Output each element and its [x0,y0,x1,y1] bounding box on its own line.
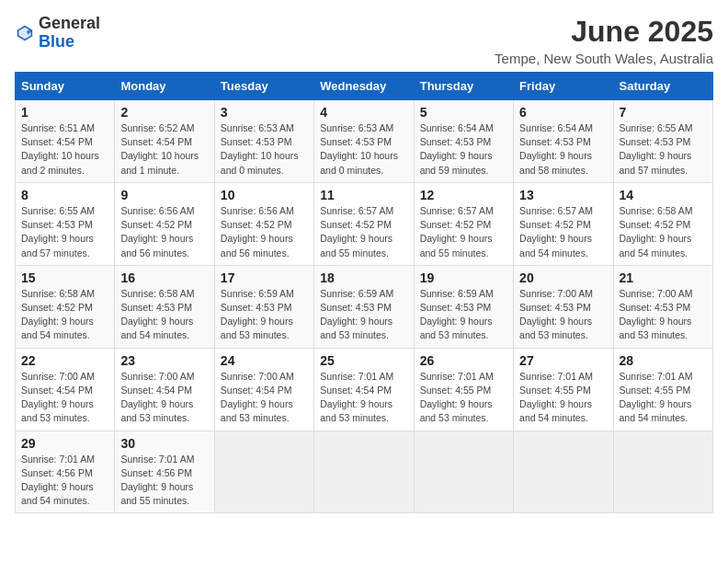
day-cell: 7Sunrise: 6:55 AM Sunset: 4:53 PM Daylig… [613,100,712,183]
col-header-monday: Monday [115,73,214,100]
day-cell: 18Sunrise: 6:59 AM Sunset: 4:53 PM Dayli… [314,265,414,348]
week-row-4: 22Sunrise: 7:00 AM Sunset: 4:54 PM Dayli… [16,348,713,431]
day-cell: 6Sunrise: 6:54 AM Sunset: 4:53 PM Daylig… [514,100,613,183]
day-number: 16 [120,270,208,285]
day-number: 23 [120,353,208,368]
day-detail: Sunrise: 6:53 AM Sunset: 4:53 PM Dayligh… [320,121,407,178]
week-row-5: 29Sunrise: 7:01 AM Sunset: 4:56 PM Dayli… [16,431,713,513]
day-number: 2 [120,105,208,120]
col-header-friday: Friday [514,73,613,100]
day-cell [514,431,613,513]
col-header-wednesday: Wednesday [314,73,414,100]
day-number: 27 [519,353,607,368]
col-header-tuesday: Tuesday [214,73,313,100]
day-detail: Sunrise: 7:01 AM Sunset: 4:56 PM Dayligh… [21,453,108,509]
day-detail: Sunrise: 6:59 AM Sunset: 4:53 PM Dayligh… [320,287,407,343]
day-cell: 25Sunrise: 7:01 AM Sunset: 4:54 PM Dayli… [314,348,414,431]
day-detail: Sunrise: 6:57 AM Sunset: 4:52 PM Dayligh… [320,204,407,260]
day-detail: Sunrise: 6:59 AM Sunset: 4:53 PM Dayligh… [420,287,507,343]
day-number: 5 [420,105,507,120]
day-cell: 26Sunrise: 7:01 AM Sunset: 4:55 PM Dayli… [414,348,513,431]
calendar-table: SundayMondayTuesdayWednesdayThursdayFrid… [15,72,713,513]
day-number: 18 [320,270,407,285]
day-number: 29 [21,436,108,451]
day-cell: 20Sunrise: 7:00 AM Sunset: 4:53 PM Dayli… [514,265,613,348]
logo-icon [15,23,35,43]
day-number: 21 [620,270,707,285]
day-number: 13 [519,188,607,202]
day-detail: Sunrise: 7:01 AM Sunset: 4:55 PM Dayligh… [519,370,607,426]
day-cell: 29Sunrise: 7:01 AM Sunset: 4:56 PM Dayli… [16,431,115,513]
day-cell: 17Sunrise: 6:59 AM Sunset: 4:53 PM Dayli… [214,265,313,348]
day-number: 12 [420,188,507,202]
day-detail: Sunrise: 7:00 AM Sunset: 4:54 PM Dayligh… [120,370,208,426]
day-detail: Sunrise: 7:00 AM Sunset: 4:53 PM Dayligh… [620,287,707,343]
day-cell: 9Sunrise: 6:56 AM Sunset: 4:52 PM Daylig… [115,182,214,265]
day-cell: 13Sunrise: 6:57 AM Sunset: 4:52 PM Dayli… [514,182,613,265]
day-cell: 16Sunrise: 6:58 AM Sunset: 4:53 PM Dayli… [115,265,214,348]
logo-blue-text: Blue [39,32,74,51]
day-number: 22 [21,353,108,368]
day-detail: Sunrise: 6:54 AM Sunset: 4:53 PM Dayligh… [420,121,507,178]
header: General Blue June 2025 Tempe, New South … [15,15,713,66]
day-cell: 2Sunrise: 6:52 AM Sunset: 4:54 PM Daylig… [115,100,214,183]
day-number: 15 [21,270,108,285]
day-cell: 10Sunrise: 6:56 AM Sunset: 4:52 PM Dayli… [214,182,313,265]
day-cell: 19Sunrise: 6:59 AM Sunset: 4:53 PM Dayli… [414,265,513,348]
col-header-sunday: Sunday [16,73,115,100]
day-number: 1 [21,105,108,120]
day-detail: Sunrise: 6:56 AM Sunset: 4:52 PM Dayligh… [120,204,208,260]
day-detail: Sunrise: 6:58 AM Sunset: 4:52 PM Dayligh… [620,204,707,260]
day-number: 4 [320,105,407,120]
day-number: 26 [420,353,507,368]
day-number: 6 [519,105,607,120]
day-number: 20 [519,270,607,285]
day-number: 19 [420,270,507,285]
day-number: 7 [620,105,707,120]
day-number: 8 [21,188,108,202]
day-number: 30 [120,436,208,451]
day-number: 10 [221,188,308,202]
day-cell [414,431,513,513]
day-cell: 1Sunrise: 6:51 AM Sunset: 4:54 PM Daylig… [16,100,115,183]
day-detail: Sunrise: 7:01 AM Sunset: 4:55 PM Dayligh… [620,370,707,426]
week-row-1: 1Sunrise: 6:51 AM Sunset: 4:54 PM Daylig… [16,100,713,183]
day-cell: 21Sunrise: 7:00 AM Sunset: 4:53 PM Dayli… [613,265,712,348]
day-number: 11 [320,188,407,202]
day-detail: Sunrise: 6:52 AM Sunset: 4:54 PM Dayligh… [120,121,208,178]
day-detail: Sunrise: 7:00 AM Sunset: 4:53 PM Dayligh… [519,287,607,343]
day-detail: Sunrise: 6:57 AM Sunset: 4:52 PM Dayligh… [519,204,607,260]
day-number: 28 [620,353,707,368]
day-number: 24 [221,353,308,368]
day-cell: 14Sunrise: 6:58 AM Sunset: 4:52 PM Dayli… [613,182,712,265]
day-cell: 23Sunrise: 7:00 AM Sunset: 4:54 PM Dayli… [115,348,214,431]
day-cell: 27Sunrise: 7:01 AM Sunset: 4:55 PM Dayli… [514,348,613,431]
day-cell: 12Sunrise: 6:57 AM Sunset: 4:52 PM Dayli… [414,182,513,265]
day-cell: 11Sunrise: 6:57 AM Sunset: 4:52 PM Dayli… [314,182,414,265]
day-cell: 30Sunrise: 7:01 AM Sunset: 4:56 PM Dayli… [115,431,214,513]
day-cell: 24Sunrise: 7:00 AM Sunset: 4:54 PM Dayli… [214,348,313,431]
day-detail: Sunrise: 6:59 AM Sunset: 4:53 PM Dayligh… [221,287,308,343]
col-header-thursday: Thursday [414,73,513,100]
day-cell: 22Sunrise: 7:00 AM Sunset: 4:54 PM Dayli… [16,348,115,431]
day-number: 9 [120,188,208,202]
day-detail: Sunrise: 6:51 AM Sunset: 4:54 PM Dayligh… [21,121,108,178]
day-detail: Sunrise: 7:01 AM Sunset: 4:54 PM Dayligh… [320,370,407,426]
header-row: SundayMondayTuesdayWednesdayThursdayFrid… [16,73,713,100]
day-detail: Sunrise: 7:01 AM Sunset: 4:56 PM Dayligh… [120,453,208,509]
week-row-3: 15Sunrise: 6:58 AM Sunset: 4:52 PM Dayli… [16,265,713,348]
day-cell [214,431,313,513]
logo-general-text: General [39,14,100,32]
day-detail: Sunrise: 6:57 AM Sunset: 4:52 PM Dayligh… [420,204,507,260]
day-cell: 8Sunrise: 6:55 AM Sunset: 4:53 PM Daylig… [16,182,115,265]
col-header-saturday: Saturday [613,73,712,100]
week-row-2: 8Sunrise: 6:55 AM Sunset: 4:53 PM Daylig… [16,182,713,265]
day-cell: 4Sunrise: 6:53 AM Sunset: 4:53 PM Daylig… [314,100,414,183]
day-cell [613,431,712,513]
day-number: 14 [620,188,707,202]
day-detail: Sunrise: 7:01 AM Sunset: 4:55 PM Dayligh… [420,370,507,426]
day-cell: 5Sunrise: 6:54 AM Sunset: 4:53 PM Daylig… [414,100,513,183]
day-number: 17 [221,270,308,285]
day-number: 25 [320,353,407,368]
day-detail: Sunrise: 6:56 AM Sunset: 4:52 PM Dayligh… [221,204,308,260]
